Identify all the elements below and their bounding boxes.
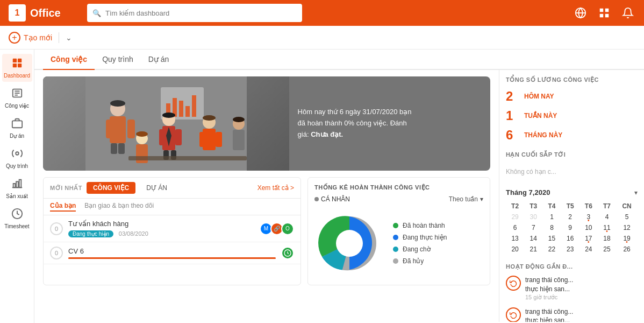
cal-day[interactable]: 17 <box>579 233 598 244</box>
create-new-button[interactable]: + Tạo mới <box>9 32 52 44</box>
main-layout: Dashboard Công việc Dự án Quy trình Sản … <box>0 50 644 323</box>
cal-day[interactable]: 11 <box>598 222 616 233</box>
svg-rect-24 <box>179 101 183 117</box>
cal-day[interactable]: 22 <box>542 244 561 255</box>
chart-panel: THỐNG KÊ HOÀN THÀNH CÔNG VIỆC CÁ NHÂN Th… <box>307 177 490 285</box>
total-week-label: TUẦN NÀY <box>524 112 557 120</box>
svg-rect-26 <box>192 95 196 117</box>
cal-day[interactable]: 23 <box>561 244 579 255</box>
cal-day[interactable]: 12 <box>616 222 638 233</box>
cal-day[interactable]: 29 <box>506 212 524 222</box>
create-new-label: Tạo mới <box>24 33 52 42</box>
header-actions <box>573 5 635 20</box>
svg-rect-38 <box>175 129 182 145</box>
svg-rect-48 <box>233 130 245 150</box>
tab-congviec-newest[interactable]: CÔNG VIỆC <box>87 182 135 194</box>
banner-text-line1: Hôm nay thứ 6 ngày 31/07/2020 bạn <box>298 108 412 116</box>
svg-point-46 <box>203 115 216 121</box>
total-month-label: THÁNG NÀY <box>524 131 562 139</box>
banner-illustration <box>43 76 289 171</box>
svg-point-33 <box>110 100 125 107</box>
task-icon <box>11 87 23 102</box>
dashboard-icon <box>11 57 23 72</box>
sidebar-item-congviec[interactable]: Công việc <box>2 84 32 112</box>
svg-rect-9 <box>17 64 21 67</box>
cal-day[interactable]: 14 <box>524 233 542 244</box>
deadline-empty-text: Không có hạn c... <box>506 164 638 180</box>
cal-day[interactable]: 30 <box>524 212 542 222</box>
cal-day[interactable]: 13 <box>506 233 524 244</box>
task-info: CV 6 <box>68 247 276 259</box>
legend-dot-waiting <box>393 247 398 252</box>
sidebar: Dashboard Công việc Dự án Quy trình Sản … <box>0 50 34 323</box>
calendar-title: Tháng 7,2020 <box>506 188 550 196</box>
chevron-down-icon[interactable]: ⌄ <box>66 33 72 42</box>
sidebar-item-sanxuat[interactable]: Sản xuất <box>2 174 32 202</box>
tab-duan-newest[interactable]: DỰ ÁN <box>140 182 174 194</box>
tab-duan[interactable]: Dự án <box>141 50 177 70</box>
cal-header-t5: T5 <box>561 201 579 212</box>
cal-day[interactable]: 4 <box>598 212 616 222</box>
svg-rect-30 <box>127 120 135 138</box>
chart-legend: Đã hoàn thành Đang thực hiện Đang chờ <box>393 222 447 265</box>
cal-day[interactable]: 6 <box>506 222 524 233</box>
cal-day[interactable]: 21 <box>524 244 542 255</box>
tab-quyTrinh[interactable]: Quy trình <box>95 50 141 70</box>
total-work-month: 6 THÁNG NÀY <box>506 128 638 143</box>
cal-day[interactable]: 1 <box>542 212 561 222</box>
cal-day[interactable]: 19 <box>616 233 638 244</box>
notification-icon[interactable] <box>620 5 635 20</box>
cal-header-cn: CN <box>616 201 638 212</box>
task-number: 0 <box>50 247 63 259</box>
cal-day[interactable]: 9 <box>561 222 579 233</box>
cal-day[interactable]: 8 <box>542 222 561 233</box>
activity-text-2: trang thái công...thực hiện san... <box>525 307 573 322</box>
cal-day[interactable]: 5 <box>616 212 638 222</box>
calendar-grid: T2 T3 T4 T5 T6 T7 CN 29 <box>506 201 638 255</box>
task-name[interactable]: Tư vấn khách hàng <box>68 220 254 228</box>
task-name[interactable]: CV 6 <box>68 247 276 255</box>
sidebar-item-dashboard[interactable]: Dashboard <box>2 54 32 82</box>
cal-day[interactable]: 18 <box>598 233 616 244</box>
cal-day[interactable]: 2 <box>561 212 579 222</box>
cal-day[interactable]: 24 <box>579 244 598 255</box>
sidebar-item-duan[interactable]: Dự án <box>2 114 32 142</box>
view-all-link[interactable]: Xem tất cả > <box>257 184 294 192</box>
legend-item-inprogress: Đang thực hiện <box>393 234 447 241</box>
svg-rect-16 <box>13 184 15 187</box>
cal-header-t6: T6 <box>579 201 598 212</box>
total-today-label: HÔM NAY <box>524 93 554 100</box>
cal-day[interactable]: 15 <box>542 233 561 244</box>
deadline-section: HẠN CUỐI SẮP TỚI Không có hạn c... <box>506 151 638 180</box>
task-meta <box>68 257 276 259</box>
deadline-title: HẠN CUỐI SẮP TỚI <box>506 151 638 158</box>
svg-rect-32 <box>118 143 125 154</box>
calendar-section: Tháng 7,2020 ▾ T2 T3 T4 T5 T6 T7 <box>506 188 638 255</box>
cal-week-4: 20 21 22 23 24 25 26 <box>506 244 638 255</box>
tab-congviec[interactable]: Công việc <box>43 50 95 70</box>
search-input[interactable] <box>105 9 297 17</box>
cal-day[interactable]: 20 <box>506 244 524 255</box>
activity-content: trang thái công...thực hiện san... 15 gi… <box>525 276 573 301</box>
activity-item: trang thái công...thực hiện san... 15 gi… <box>506 276 638 301</box>
sidebar-item-timesheet[interactable]: Timesheet <box>2 205 32 233</box>
cal-day[interactable]: 16 <box>561 233 579 244</box>
sidebar-label-dashboard: Dashboard <box>4 73 30 79</box>
timesheet-icon <box>11 208 23 222</box>
chart-period-select[interactable]: Theo tuần ▾ <box>449 195 483 203</box>
search-bar[interactable]: 🔍 <box>87 4 302 22</box>
cal-header-t4: T4 <box>542 201 561 212</box>
cal-day[interactable]: 10 <box>579 222 598 233</box>
svg-rect-53 <box>128 156 247 160</box>
globe-icon[interactable] <box>573 5 588 20</box>
sidebar-item-quytrinh[interactable]: Quy trình <box>2 144 32 172</box>
cal-day[interactable]: 26 <box>616 244 638 255</box>
subtab-cuaban[interactable]: Của bạn <box>50 202 76 212</box>
svg-rect-5 <box>605 14 609 17</box>
calendar-nav-icon[interactable]: ▾ <box>634 189 638 196</box>
cal-day[interactable]: 25 <box>598 244 616 255</box>
grid-icon[interactable] <box>597 5 612 20</box>
cal-day[interactable]: 3 <box>579 212 598 222</box>
subtab-bangiao[interactable]: Bạn giao & bạn theo dõi <box>84 202 154 212</box>
cal-day[interactable]: 7 <box>524 222 542 233</box>
